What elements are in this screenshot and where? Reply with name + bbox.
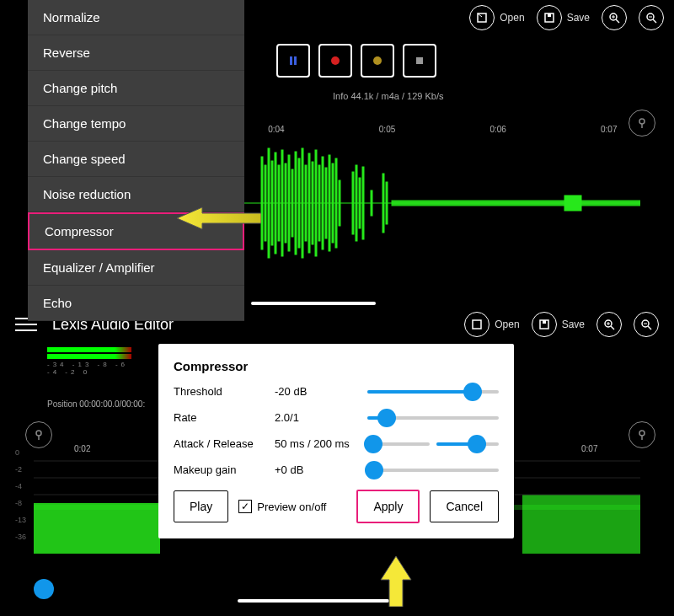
play-marker-button[interactable] — [361, 44, 394, 78]
svg-rect-50 — [564, 196, 581, 211]
attack-slider[interactable] — [367, 442, 430, 446]
svg-rect-32 — [308, 153, 310, 253]
svg-rect-29 — [298, 158, 300, 248]
rate-label: Rate — [174, 411, 275, 424]
save-label: Save — [562, 319, 585, 330]
menu-item-change-tempo[interactable]: Change tempo — [28, 106, 244, 142]
makeup-slider[interactable] — [367, 469, 499, 472]
compressor-dialog: Compressor Threshold -20 dB Rate 2.0/1 A… — [158, 344, 514, 538]
svg-rect-44 — [359, 178, 361, 228]
svg-rect-30 — [302, 148, 303, 258]
row-makeup: Makeup gain +0 dB — [174, 463, 499, 476]
svg-rect-46 — [371, 190, 372, 216]
open-label: Open — [500, 12, 524, 24]
file-open-icon — [469, 5, 495, 30]
menu-item-change-pitch[interactable]: Change pitch — [28, 71, 244, 106]
threshold-slider[interactable] — [367, 390, 499, 394]
tick: 0:06 — [489, 125, 506, 134]
menu-item-reverse[interactable]: Reverse — [28, 35, 244, 71]
svg-rect-2 — [548, 13, 551, 17]
svg-rect-28 — [295, 152, 297, 254]
svg-rect-41 — [339, 180, 340, 226]
svg-rect-47 — [382, 174, 384, 233]
attack-value: 50 ms / 200 ms — [275, 437, 367, 450]
svg-rect-11 — [294, 56, 297, 65]
svg-rect-68 — [522, 495, 640, 554]
zoom-in-icon[interactable] — [602, 5, 627, 30]
menu-item-normalize[interactable]: Normalize — [28, 0, 244, 35]
svg-rect-14 — [416, 57, 423, 64]
open-button-2[interactable]: Open — [464, 312, 519, 337]
zoom-out-icon[interactable] — [639, 5, 664, 30]
zoom-in-icon[interactable] — [596, 312, 622, 337]
preview-checkbox[interactable]: ✓Preview on/off — [238, 500, 326, 513]
svg-rect-43 — [356, 165, 357, 241]
waveform-top — [244, 140, 640, 266]
threshold-value: -20 dB — [275, 385, 367, 398]
floppy-icon — [532, 312, 557, 337]
menu-item-echo[interactable]: Echo — [28, 286, 244, 321]
zoom-out-icon[interactable] — [634, 312, 659, 337]
playhead-handle[interactable] — [34, 579, 54, 599]
tick: 0:05 — [379, 125, 395, 134]
meter-bar-l — [47, 347, 131, 352]
effects-menu: Normalize Reverse Change pitch Change te… — [28, 0, 244, 321]
row-threshold: Threshold -20 dB — [174, 385, 499, 398]
play-button[interactable]: Play — [174, 490, 228, 522]
svg-point-12 — [331, 56, 340, 65]
rate-slider[interactable] — [367, 416, 499, 420]
save-button[interactable]: Save — [537, 5, 590, 30]
open-button[interactable]: Open — [469, 5, 524, 30]
svg-rect-26 — [288, 155, 290, 251]
record-button[interactable] — [318, 44, 352, 78]
row-rate: Rate 2.0/1 — [174, 411, 499, 424]
svg-rect-45 — [362, 167, 364, 239]
apply-button[interactable]: Apply — [356, 490, 420, 523]
svg-line-60 — [648, 326, 651, 329]
menu-item-equalizer[interactable]: Equalizer / Amplifier — [28, 250, 244, 286]
level-meter: -34 -13 -8 -6 -4 -2 0 — [47, 347, 131, 376]
svg-rect-21 — [271, 161, 273, 245]
menu-item-change-speed[interactable]: Change speed — [28, 142, 244, 177]
svg-rect-20 — [268, 148, 270, 258]
annotation-arrow-left — [177, 206, 261, 231]
pause-button[interactable] — [276, 44, 310, 78]
svg-rect-48 — [386, 182, 388, 224]
home-indicator-bottom — [238, 599, 389, 603]
svg-line-56 — [611, 326, 614, 329]
svg-rect-52 — [473, 320, 481, 329]
position-readout: Position 00:00:00.0/00:00: — [47, 399, 145, 409]
svg-rect-49 — [392, 201, 640, 206]
svg-rect-42 — [352, 172, 354, 234]
attack-label: Attack / Release — [174, 437, 275, 450]
svg-rect-27 — [292, 169, 293, 237]
tick: 0:04 — [268, 125, 284, 134]
cancel-button[interactable]: Cancel — [430, 490, 499, 522]
save-label: Save — [567, 12, 590, 24]
svg-rect-10 — [290, 56, 292, 65]
meter-bar-r — [47, 354, 131, 359]
svg-rect-31 — [305, 165, 307, 241]
svg-line-4 — [616, 19, 619, 23]
svg-rect-66 — [34, 503, 160, 554]
dialog-title: Compressor — [174, 359, 499, 373]
open-label: Open — [495, 319, 519, 330]
svg-rect-39 — [332, 163, 334, 243]
rate-value: 2.0/1 — [275, 411, 367, 424]
svg-rect-25 — [285, 163, 286, 243]
file-info: Info 44.1k / m4a / 129 Kb/s — [333, 91, 443, 101]
svg-rect-23 — [278, 165, 280, 241]
svg-rect-35 — [318, 165, 320, 241]
svg-rect-36 — [322, 157, 324, 249]
waveform-timeline-top[interactable]: 0:04 0:05 0:06 0:07 — [244, 125, 640, 268]
save-button-2[interactable]: Save — [532, 312, 585, 337]
dialog-actions: Play ✓Preview on/off Apply Cancel — [174, 490, 499, 523]
makeup-label: Makeup gain — [174, 463, 275, 476]
svg-rect-54 — [543, 320, 546, 324]
release-slider[interactable] — [436, 442, 499, 446]
threshold-label: Threshold — [174, 385, 275, 398]
floppy-icon — [537, 5, 562, 30]
svg-rect-37 — [325, 168, 327, 238]
screenshot-top: Open Save Info 44.1k / m4a / 129 Kb/s 0:… — [0, 0, 674, 305]
stop-button[interactable] — [403, 44, 436, 78]
